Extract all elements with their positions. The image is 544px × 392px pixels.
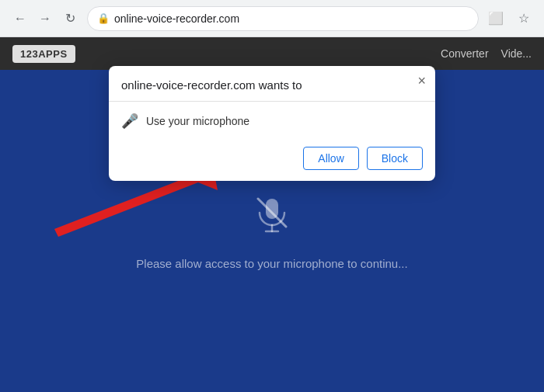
popup-body: 🎤 Use your microphone bbox=[109, 102, 435, 140]
block-button[interactable]: Block bbox=[367, 147, 423, 170]
browser-toolbar: ← → ↻ 🔒 online-voice-recorder.com ⬜ ☆ bbox=[0, 0, 544, 37]
cast-button[interactable]: ⬜ bbox=[485, 8, 507, 29]
nav-link-video[interactable]: Vide... bbox=[501, 47, 532, 60]
nav-buttons: ← → ↻ bbox=[9, 8, 81, 29]
toolbar-actions: ⬜ ☆ bbox=[485, 8, 535, 29]
permission-popup: online-voice-recorder.com wants to × 🎤 U… bbox=[109, 66, 435, 181]
forward-button[interactable]: → bbox=[34, 8, 56, 29]
popup-close-button[interactable]: × bbox=[417, 74, 426, 88]
address-text: online-voice-recorder.com bbox=[114, 12, 469, 25]
allow-button[interactable]: Allow bbox=[303, 147, 358, 170]
svg-rect-2 bbox=[266, 199, 278, 219]
microphone-icon: 🎤 bbox=[121, 113, 138, 130]
site-logo[interactable]: 123APPS bbox=[12, 45, 75, 63]
popup-body-text: Use your microphone bbox=[146, 115, 249, 127]
site-navbar: 123APPS Converter Vide... bbox=[0, 37, 544, 70]
address-bar[interactable]: 🔒 online-voice-recorder.com bbox=[87, 6, 479, 31]
popup-title: online-voice-recorder.com wants to bbox=[109, 66, 435, 102]
muted-mic-icon bbox=[252, 193, 292, 241]
back-button[interactable]: ← bbox=[9, 8, 31, 29]
lock-icon: 🔒 bbox=[97, 12, 110, 24]
reload-button[interactable]: ↻ bbox=[59, 8, 81, 29]
popup-actions: Allow Block bbox=[109, 140, 435, 181]
nav-link-converter[interactable]: Converter bbox=[441, 47, 488, 60]
main-content: online-voice-recorder.com wants to × 🎤 U… bbox=[0, 70, 544, 392]
bookmark-button[interactable]: ☆ bbox=[513, 8, 535, 29]
permission-hint: Please allow access to your microphone t… bbox=[136, 257, 407, 270]
